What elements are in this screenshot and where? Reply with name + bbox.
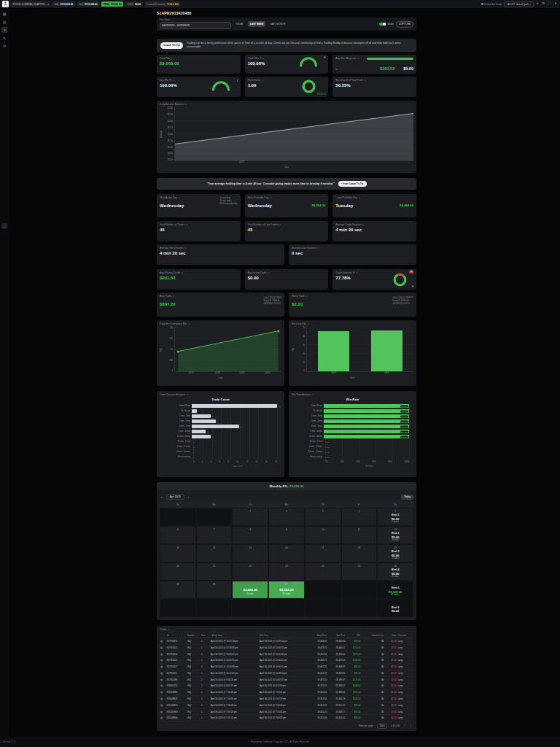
column-header[interactable]: Exit Price xyxy=(327,632,346,638)
column-header[interactable]: Symbol xyxy=(187,632,201,638)
today-button[interactable]: Today xyxy=(401,495,413,500)
last-week-button[interactable]: LAST WEEK xyxy=(248,21,266,27)
calendar-day[interactable]: 15 xyxy=(232,544,268,562)
journal-icon[interactable]: ▤ xyxy=(160,638,166,645)
calendar-day[interactable]: 22 xyxy=(232,562,268,581)
journal-icon[interactable]: ▤ xyxy=(160,657,166,664)
calendar-day[interactable]: 13 xyxy=(160,544,196,562)
info-icon[interactable]: ⓘ xyxy=(316,247,319,249)
column-header[interactable]: Direction xyxy=(397,632,413,638)
info-icon[interactable]: ⓘ xyxy=(306,295,308,298)
info-icon[interactable]: ⓘ xyxy=(269,196,271,199)
layout-selector[interactable]: LAYOUT: default (pref) ▾ xyxy=(504,1,533,7)
info-icon[interactable]: ⓘ xyxy=(262,79,264,82)
journal-icon[interactable]: ▤ xyxy=(160,696,166,703)
calendar-day[interactable]: 4 xyxy=(341,508,378,526)
info-icon[interactable]: ⓘ xyxy=(178,196,180,199)
column-header[interactable]: Exit Time xyxy=(259,632,308,638)
calendar-day[interactable]: 28 xyxy=(196,581,233,599)
trade-row[interactable]: ▤855448946/NQ1April 30 2025 @ 7:02:14 pm… xyxy=(160,715,413,721)
month-selector[interactable]: Apr 2025 xyxy=(166,494,184,500)
calendar-day[interactable]: 6 xyxy=(160,526,196,544)
journal-icon[interactable]: ▤ xyxy=(160,664,166,670)
info-icon[interactable]: ⓘ xyxy=(171,57,173,60)
calendar-day[interactable]: 12Week 2$0.000 trades xyxy=(377,526,413,544)
rows-per-page-select[interactable]: 100 ▾ xyxy=(377,724,386,729)
expand-icon[interactable]: ⛶ xyxy=(548,2,551,6)
calendar-day[interactable]: Week 5$9,069.0045 trades xyxy=(377,581,413,599)
calendar-day[interactable]: 14 xyxy=(196,544,233,562)
calendar-day[interactable] xyxy=(232,599,268,617)
trade-row[interactable]: ▤857914522/NQ1April 30 2025 @ 10:20:25 p… xyxy=(160,657,413,664)
calendar-day[interactable]: 16 xyxy=(268,544,305,562)
calendar-day[interactable]: 18 xyxy=(341,544,378,562)
column-header[interactable]: Fees xyxy=(384,632,397,638)
calendar-day[interactable]: 25 xyxy=(341,562,378,581)
calendar-day[interactable]: 3 xyxy=(305,508,341,526)
markets-icon[interactable]: ▤ xyxy=(1,19,7,25)
info-icon[interactable]: ⓘ xyxy=(308,322,310,325)
calendar-day[interactable]: 2 xyxy=(268,508,305,526)
trade-row[interactable]: ▤856806756/NQ1April 30 2025 @ 8:07:17 pm… xyxy=(160,683,413,689)
trade-row[interactable]: ▤857904186/NQ1April 30 2025 @ 9:56:25 pm… xyxy=(160,676,413,683)
info-icon[interactable]: ⓘ xyxy=(184,103,187,106)
calendar-day[interactable]: 1 xyxy=(232,508,268,526)
column-header[interactable]: Commissions xyxy=(361,632,384,638)
info-icon[interactable]: ⓘ xyxy=(362,223,364,226)
share-toggle[interactable] xyxy=(379,23,386,26)
column-header[interactable] xyxy=(160,632,166,638)
sort-desc-icon[interactable]: ↓ xyxy=(211,634,212,637)
info-icon[interactable]: ⓘ xyxy=(168,628,170,631)
today-range-button[interactable]: TODAY xyxy=(233,21,246,27)
last-month-button[interactable]: LAST MONTH xyxy=(268,21,287,27)
calendar-day[interactable] xyxy=(196,508,233,526)
close-icon[interactable]: ✕ xyxy=(553,2,558,6)
trade-row[interactable]: ▤857914517/NQ1April 30 2025 @ 10:16:38 p… xyxy=(160,664,413,670)
calendar-day[interactable]: 24 xyxy=(305,562,341,581)
info-icon[interactable]: ⓘ xyxy=(356,271,358,274)
calendar-day[interactable] xyxy=(341,599,378,617)
trade-row[interactable]: ▤855908883/NQ1April 30 2025 @ 7:54:30 pm… xyxy=(160,689,413,696)
coach-button[interactable]: Coach Tri-Tip xyxy=(160,42,183,49)
journal-icon[interactable]: ▤ xyxy=(160,689,166,696)
add-icon[interactable]: + xyxy=(536,2,540,6)
info-icon[interactable]: ⓘ xyxy=(357,57,359,60)
info-icon[interactable]: ⓘ xyxy=(181,271,183,274)
trade-row[interactable]: ▤855534825/NQ1April 30 2025 @ 7:18:28 pm… xyxy=(160,702,413,708)
info-icon[interactable]: ⓘ xyxy=(172,295,174,298)
calendar-day[interactable]: 5Week 1$0.000 trades xyxy=(377,508,413,526)
calendar-day[interactable]: 23 xyxy=(268,562,305,581)
info-icon[interactable]: ⓘ xyxy=(267,271,269,274)
calendar-day[interactable]: 11 xyxy=(341,526,378,544)
account-selector[interactable]: STOCK COMBINE | S1APR29... ▾ xyxy=(11,1,50,7)
journal-nav-icon[interactable]: ✎ xyxy=(1,35,7,41)
info-icon[interactable]: ⓘ xyxy=(312,393,314,396)
next-month-icon[interactable]: › xyxy=(187,495,191,499)
trade-row[interactable]: ▤857958471/NQ1April 30 2025 @ 10:31:18 p… xyxy=(160,638,413,645)
info-icon[interactable]: ⓘ xyxy=(358,196,360,199)
journal-icon[interactable]: ▤ xyxy=(160,670,166,676)
calendar-day[interactable]: 27 xyxy=(160,581,196,599)
info-icon[interactable]: ⓘ xyxy=(185,223,187,226)
trade-row[interactable]: ▤855530963/NQ1April 30 2025 @ 7:09:19 pm… xyxy=(160,708,413,715)
journal-icon[interactable]: ▤ xyxy=(160,683,166,689)
info-icon[interactable]: ⓘ xyxy=(279,223,281,226)
calendar-day[interactable]: 10 xyxy=(305,526,341,544)
calendar-day[interactable]: Week 6$0.00 xyxy=(377,599,413,617)
next-page-icon[interactable]: › xyxy=(410,724,412,727)
info-icon[interactable]: ⓘ xyxy=(188,322,190,325)
prev-page-icon[interactable]: ‹ xyxy=(404,724,406,727)
trade-row[interactable]: ▤857914531/NQ1April 30 2025 @ 10:26:36 p… xyxy=(160,644,413,651)
trade-row[interactable]: ▤857914526/NQ1April 30 2025 @ 10:24:20 p… xyxy=(160,651,413,657)
info-icon[interactable]: ⓘ xyxy=(364,79,366,82)
column-header[interactable]: ↓ Entry Time xyxy=(210,632,259,638)
calendar-day[interactable] xyxy=(196,599,233,617)
calendar-day[interactable] xyxy=(160,508,196,526)
journal-icon[interactable]: ▤ xyxy=(160,644,166,651)
calendar-day[interactable]: 9 xyxy=(268,526,305,544)
calendar-day[interactable] xyxy=(305,581,341,599)
calendar-day[interactable]: 19Week 3$0.000 trades xyxy=(377,544,413,562)
app-logo[interactable]: ⌶ xyxy=(2,1,9,7)
journal-icon[interactable]: ▤ xyxy=(160,651,166,657)
settings-icon[interactable]: ⚙ xyxy=(1,43,7,49)
